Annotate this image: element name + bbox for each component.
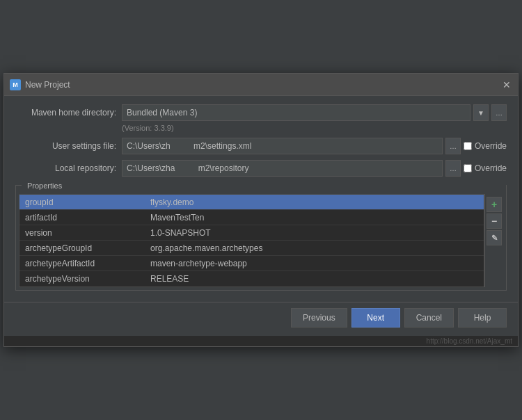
local-repo-override-group: Override xyxy=(464,163,507,173)
prop-key: version xyxy=(19,228,145,238)
user-settings-input-group: … Override xyxy=(122,138,507,154)
properties-group: Properties groupIdflysky.demoartifactIdM… xyxy=(15,185,507,291)
new-project-dialog: M New Project ✕ Maven home directory: ▼ … xyxy=(3,73,519,347)
maven-home-input[interactable] xyxy=(122,104,470,121)
prop-key: groupId xyxy=(19,197,145,207)
dialog-title: New Project xyxy=(25,80,70,90)
user-settings-override-group: Override xyxy=(464,141,507,151)
prop-key: archetypeArtifactId xyxy=(19,259,145,268)
prop-edit-btn[interactable]: ✎ xyxy=(487,230,502,245)
prop-value: 1.0-SNAPSHOT xyxy=(145,228,484,238)
user-settings-label: User settings file: xyxy=(15,141,116,151)
local-repo-input[interactable] xyxy=(122,160,443,177)
user-settings-browse-btn[interactable]: … xyxy=(445,138,461,154)
title-bar-left: M New Project xyxy=(10,79,70,90)
dialog-icon: M xyxy=(10,79,21,90)
properties-group-title: Properties xyxy=(22,180,506,191)
content-area: Maven home directory: ▼ … (Version: 3.3.… xyxy=(4,96,518,302)
user-settings-override-checkbox[interactable] xyxy=(464,142,472,150)
table-row[interactable]: archetypeArtifactIdmaven-archetype-webap… xyxy=(19,256,484,271)
prop-value: maven-archetype-webapp xyxy=(145,259,484,268)
close-button[interactable]: ✕ xyxy=(501,79,512,90)
prop-value: flysky.demo xyxy=(145,197,484,207)
url-bar: http://blog.csdn.net/Ajax_mt xyxy=(4,336,518,346)
user-settings-input[interactable] xyxy=(122,138,443,154)
local-repo-browse-btn[interactable]: … xyxy=(445,160,461,177)
user-settings-row: User settings file: … Override xyxy=(15,138,507,154)
local-repo-label: Local repository: xyxy=(15,163,116,173)
table-row[interactable]: groupIdflysky.demo xyxy=(19,195,484,210)
help-button[interactable]: Help xyxy=(458,308,507,328)
prop-add-btn[interactable]: + xyxy=(487,197,502,212)
next-button[interactable]: Next xyxy=(351,308,400,328)
table-row[interactable]: version1.0-SNAPSHOT xyxy=(19,225,484,241)
footer: Previous Next Cancel Help xyxy=(4,302,518,336)
prop-remove-btn[interactable]: − xyxy=(487,213,502,229)
local-repo-override-label: Override xyxy=(475,163,507,173)
maven-home-row: Maven home directory: ▼ … xyxy=(15,104,507,121)
local-repo-override-checkbox[interactable] xyxy=(464,164,472,172)
local-repo-input-group: … Override xyxy=(122,160,507,177)
maven-home-browse-btn[interactable]: … xyxy=(491,104,507,121)
prop-key: artifactId xyxy=(19,213,145,223)
prop-key: archetypeVersion xyxy=(19,274,145,284)
maven-version: (Version: 3.3.9) xyxy=(122,124,507,132)
maven-home-label: Maven home directory: xyxy=(15,108,116,118)
properties-table-wrapper: groupIdflysky.demoartifactIdMavenTestTen… xyxy=(19,194,503,287)
prop-key: archetypeGroupId xyxy=(19,243,145,253)
maven-home-input-group: ▼ … xyxy=(122,104,507,121)
maven-home-dropdown-btn[interactable]: ▼ xyxy=(473,104,489,121)
table-row[interactable]: archetypeVersionRELEASE xyxy=(19,271,484,286)
previous-button[interactable]: Previous xyxy=(291,308,347,328)
title-bar: M New Project ✕ xyxy=(4,74,518,96)
prop-actions-panel: + − ✎ xyxy=(484,194,503,287)
local-repo-row: Local repository: … Override xyxy=(15,160,507,177)
properties-table: groupIdflysky.demoartifactIdMavenTestTen… xyxy=(19,194,484,287)
user-settings-override-label: Override xyxy=(475,141,507,151)
prop-value: RELEASE xyxy=(145,274,484,284)
table-row[interactable]: artifactIdMavenTestTen xyxy=(19,210,484,225)
table-row[interactable]: archetypeGroupIdorg.apache.maven.archety… xyxy=(19,241,484,256)
prop-value: MavenTestTen xyxy=(145,213,484,223)
cancel-button[interactable]: Cancel xyxy=(404,308,454,328)
prop-value: org.apache.maven.archetypes xyxy=(145,243,484,253)
